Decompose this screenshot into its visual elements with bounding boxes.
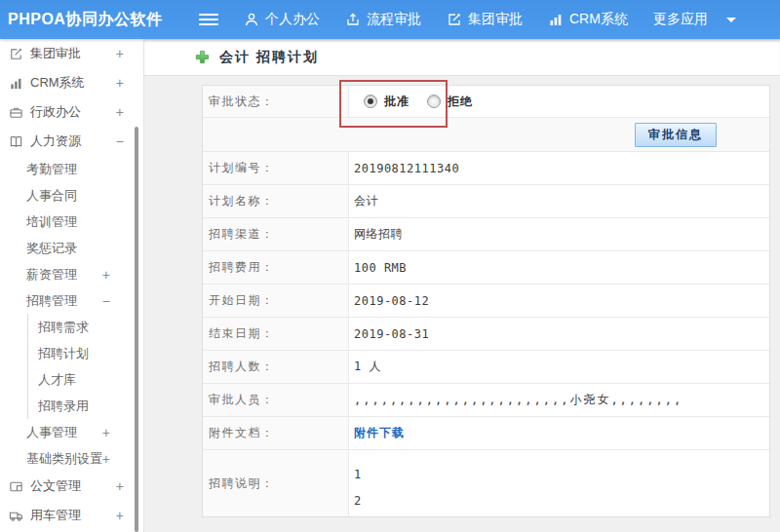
nav-crm-system[interactable]: CRM系统 — [548, 11, 628, 28]
sidebar-item-recruit-hire[interactable]: 招聘录用 — [28, 393, 143, 419]
sidebar-item-salary[interactable]: 薪资管理 + — [0, 261, 143, 287]
description-line: 1 — [354, 462, 362, 488]
detail-form-panel: 审批状态： 批准 拒绝 审批信息 — [202, 85, 770, 517]
sidebar-item-vehicle-mgmt[interactable]: 用车管理 + — [0, 501, 143, 530]
approval-status-radio-group: 批准 拒绝 — [354, 94, 473, 110]
field-label: 审批状态： — [203, 86, 349, 117]
row-recruit-channel: 招聘渠道： 网络招聘 — [203, 218, 769, 251]
row-approval-status: 审批状态： 批准 拒绝 — [203, 86, 769, 118]
sidebar-item-base-category[interactable]: 基础类别设置 + — [0, 445, 143, 472]
expand-icon[interactable]: + — [102, 425, 110, 440]
expand-icon[interactable]: + — [116, 75, 124, 91]
row-end-date: 结束日期： 2019-08-31 — [203, 318, 769, 351]
nav-label: 集团审批 — [468, 11, 523, 28]
plan-name-value: 会计 — [349, 185, 769, 217]
top-navigation: 个人办公 流程审批 集团审批 — [218, 11, 736, 28]
row-description: 招聘说明： 1 2 — [203, 450, 769, 516]
nav-label: CRM系统 — [569, 11, 628, 28]
sidebar-item-personnel-mgmt[interactable]: 人事管理 + — [0, 419, 143, 445]
user-icon — [244, 12, 259, 27]
approve-info-button[interactable]: 审批信息 — [635, 123, 717, 147]
sidebar-scrollbar[interactable] — [135, 127, 138, 532]
expand-icon[interactable]: + — [116, 478, 124, 494]
expand-icon[interactable]: + — [116, 46, 124, 61]
row-approvers: 审批人员： ,,,,,,,,,,,,,,,,,,,,,,,,小尧女,,,,,,,… — [203, 384, 769, 417]
plan-number-value: 20190812111340 — [349, 152, 769, 184]
radio-button-unchecked-icon[interactable] — [427, 95, 441, 108]
workflow-icon — [345, 12, 361, 27]
radio-approve[interactable]: 批准 — [364, 94, 410, 110]
nav-label: 流程审批 — [367, 11, 421, 28]
row-attachment: 附件文档： 附件下载 — [203, 417, 769, 450]
attachment-download-link[interactable]: 附件下载 — [354, 425, 405, 441]
sidebar: 集团审批 + CRM系统 + 行政办公 + 人 — [0, 39, 144, 532]
edit-square-icon — [9, 47, 23, 61]
row-start-date: 开始日期： 2019-08-12 — [203, 285, 769, 318]
sidebar-item-document-mgmt[interactable]: 公文管理 + — [0, 472, 143, 501]
nav-more-apps[interactable]: 更多应用 — [653, 11, 736, 28]
collapse-icon[interactable]: − — [116, 133, 124, 149]
expand-icon[interactable]: + — [116, 508, 124, 523]
page-title-bar: 会计 招聘计划 — [144, 39, 780, 76]
headcount-value: 1 人 — [349, 351, 769, 383]
sidebar-item-crm[interactable]: CRM系统 + — [0, 68, 143, 97]
app-logo: PHPOA协同办公软件 — [0, 10, 185, 30]
page-title: 会计 招聘计划 — [219, 49, 319, 66]
nav-label: 个人办公 — [265, 11, 320, 28]
expand-icon[interactable]: + — [102, 451, 110, 467]
sidebar-item-rewards[interactable]: 奖惩记录 — [0, 235, 143, 261]
add-plus-icon — [195, 50, 210, 64]
expand-icon[interactable]: + — [102, 267, 110, 283]
sidebar-item-talent-pool[interactable]: 人才库 — [28, 366, 143, 393]
expand-icon[interactable]: + — [116, 104, 124, 120]
truck-icon — [9, 509, 23, 523]
hamburger-menu-icon[interactable] — [199, 14, 218, 25]
edit-icon — [447, 12, 462, 27]
recruit-cost-value: 100 RMB — [349, 251, 769, 284]
nav-group-approval[interactable]: 集团审批 — [447, 11, 523, 28]
sidebar-item-recruit-plan[interactable]: 招聘计划 — [28, 340, 143, 366]
radio-button-checked-icon[interactable] — [364, 95, 377, 108]
nav-label: 更多应用 — [653, 11, 708, 28]
recruit-submenu: 招聘需求 招聘计划 人才库 招聘录用 — [27, 314, 143, 419]
sidebar-item-group-approval[interactable]: 集团审批 + — [0, 39, 143, 68]
row-approve-action: 审批信息 — [203, 118, 769, 152]
sidebar-item-training[interactable]: 培训管理 — [0, 209, 143, 235]
recruit-channel-value: 网络招聘 — [349, 218, 769, 250]
row-plan-name: 计划名称： 会计 — [203, 185, 769, 218]
nav-workflow-approval[interactable]: 流程审批 — [345, 11, 421, 28]
bar-chart-icon — [9, 76, 23, 91]
nav-personal-office[interactable]: 个人办公 — [244, 11, 320, 28]
book-icon — [9, 134, 23, 149]
collapse-icon[interactable]: − — [102, 293, 110, 309]
description-line: 2 — [354, 488, 362, 514]
sidebar-item-hr[interactable]: 人力资源 − — [0, 127, 143, 156]
start-date-value: 2019-08-12 — [349, 285, 769, 317]
sidebar-item-hr-contract[interactable]: 人事合同 — [0, 182, 143, 209]
sidebar-item-attendance[interactable]: 考勤管理 — [0, 156, 143, 182]
topbar: PHPOA协同办公软件 个人办公 流程审批 — [0, 0, 780, 39]
approvers-value: ,,,,,,,,,,,,,,,,,,,,,,,,小尧女,,,,,,,, — [349, 384, 769, 416]
end-date-value: 2019-08-31 — [349, 318, 769, 350]
app-window: PHPOA协同办公软件 个人办公 流程审批 — [0, 0, 780, 532]
row-headcount: 招聘人数： 1 人 — [203, 351, 769, 384]
sidebar-item-recruit-mgmt[interactable]: 招聘管理 − — [0, 287, 143, 314]
sidebar-item-recruit-demand[interactable]: 招聘需求 — [28, 314, 143, 340]
main-content: 会计 招聘计划 审批状态： 批准 拒绝 — [144, 39, 780, 532]
row-recruit-cost: 招聘费用： 100 RMB — [203, 251, 769, 285]
bar-chart-icon — [548, 12, 564, 27]
caret-down-icon — [726, 18, 736, 22]
row-plan-number: 计划编号： 20190812111340 — [203, 152, 769, 185]
briefcase-icon — [9, 105, 23, 120]
document-icon — [9, 479, 23, 494]
radio-reject[interactable]: 拒绝 — [427, 94, 473, 110]
sidebar-item-admin-office[interactable]: 行政办公 + — [0, 97, 143, 127]
